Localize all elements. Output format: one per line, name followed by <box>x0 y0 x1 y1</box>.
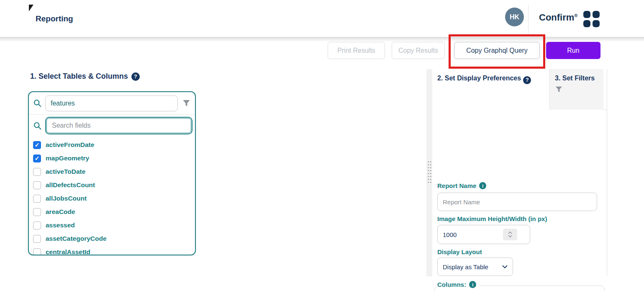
corner-mark <box>29 5 33 11</box>
image-max-label: Image Maximum Height/Width (in px) <box>437 215 547 222</box>
sidebar-right-border <box>607 69 607 276</box>
brand-logo: Confirm® <box>539 12 577 23</box>
drag-grip-icon[interactable] <box>427 160 432 184</box>
copy-graphql-query-button[interactable]: Copy Graphql Query <box>454 42 540 59</box>
field-label: allDefectsCount <box>46 181 95 189</box>
print-results-button[interactable]: Print Results <box>328 42 385 59</box>
field-label: mapGeometry <box>46 155 89 162</box>
field-list-item[interactable]: activeFromDate <box>33 138 195 152</box>
run-button[interactable]: Run <box>546 42 600 59</box>
registered-mark: ® <box>574 13 577 18</box>
question-icon[interactable]: ? <box>523 76 531 84</box>
tables-columns-panel: activeFromDate mapGeometry activeToDate … <box>28 91 196 255</box>
search-icon <box>33 99 42 108</box>
field-search-focus-ring <box>45 117 192 134</box>
tab-set-display-preferences[interactable]: 2. Set Display Preferences? <box>432 69 549 110</box>
columns-label-text: Columns: <box>437 281 466 288</box>
header-shadow <box>0 37 644 42</box>
info-icon[interactable]: i <box>469 281 476 288</box>
field-label: assessed <box>46 221 75 229</box>
select-tables-heading-text: 1. Select Tables & Columns <box>30 72 128 81</box>
report-name-label: Report Name i <box>437 182 486 189</box>
grid-icon[interactable] <box>583 11 600 27</box>
table-search-row <box>29 92 195 115</box>
filter-icon[interactable] <box>182 99 191 108</box>
field-checkbox[interactable] <box>33 248 41 256</box>
app-header: Reporting HK Confirm® <box>0 0 644 37</box>
number-stepper[interactable] <box>503 229 517 240</box>
field-checkbox[interactable] <box>33 168 41 176</box>
chevron-up-icon <box>508 231 513 234</box>
field-list: activeFromDate mapGeometry activeToDate … <box>29 136 195 255</box>
page-title: Reporting <box>36 14 73 23</box>
field-label: areaCode <box>46 208 75 216</box>
sidebar-tabs: 2. Set Display Preferences? 3. Set Filte… <box>432 69 607 110</box>
avatar[interactable]: HK <box>505 8 524 26</box>
chevron-down-icon <box>502 265 508 269</box>
field-checkbox[interactable] <box>33 208 41 216</box>
select-tables-heading: 1. Select Tables & Columns ? <box>30 72 140 81</box>
field-checkbox[interactable] <box>33 221 41 229</box>
report-name-label-text: Report Name <box>437 182 476 189</box>
field-label: activeFromDate <box>46 141 94 149</box>
columns-label: Columns: i <box>437 281 480 288</box>
display-layout-value: Display as Table <box>443 263 498 270</box>
field-label: allJobsCount <box>46 195 87 202</box>
field-label: assetCategoryCode <box>46 235 107 242</box>
field-search-row <box>29 115 195 136</box>
header-divider <box>528 5 529 35</box>
field-label: centralAssetId <box>46 248 90 255</box>
field-list-item[interactable]: assessed <box>33 219 195 232</box>
field-list-item[interactable]: allJobsCount <box>33 192 195 205</box>
field-list-item[interactable]: areaCode <box>33 205 195 219</box>
report-name-input[interactable] <box>437 193 597 211</box>
display-preferences-sidebar: 2. Set Display Preferences? 3. Set Filte… <box>432 69 607 276</box>
field-label: activeToDate <box>46 168 85 175</box>
chevron-down-icon <box>508 234 513 238</box>
tab-set-filters-label: 3. Set Filters <box>555 75 595 82</box>
filter-icon <box>555 85 563 93</box>
field-search-input[interactable] <box>46 118 191 133</box>
image-max-input-box: 1000 <box>437 225 530 244</box>
field-list-item[interactable]: activeToDate <box>33 165 195 178</box>
display-layout-label: Display Layout <box>437 248 482 255</box>
field-checkbox[interactable] <box>33 195 41 203</box>
table-search-input[interactable] <box>45 95 178 111</box>
display-layout-select[interactable]: Display as Table <box>437 258 513 276</box>
field-list-item[interactable]: mapGeometry <box>33 152 195 165</box>
field-checkbox[interactable] <box>33 141 41 149</box>
field-list-item[interactable]: assetCategoryCode <box>33 232 195 245</box>
field-checkbox[interactable] <box>33 181 41 189</box>
field-checkbox[interactable] <box>33 235 41 243</box>
field-list-item[interactable]: centralAssetId <box>33 245 195 255</box>
info-icon[interactable]: i <box>479 182 486 189</box>
tab-display-preferences-label: 2. Set Display Preferences <box>437 75 521 82</box>
field-checkbox[interactable] <box>33 155 41 162</box>
search-icon <box>33 121 42 130</box>
image-max-value[interactable]: 1000 <box>443 231 503 238</box>
tab-set-filters[interactable]: 3. Set Filters <box>550 69 603 110</box>
field-list-item[interactable]: allDefectsCount <box>33 178 195 192</box>
brand-text: Confirm <box>539 12 574 23</box>
question-icon[interactable]: ? <box>131 72 140 81</box>
copy-results-button[interactable]: Copy Results <box>392 42 445 59</box>
